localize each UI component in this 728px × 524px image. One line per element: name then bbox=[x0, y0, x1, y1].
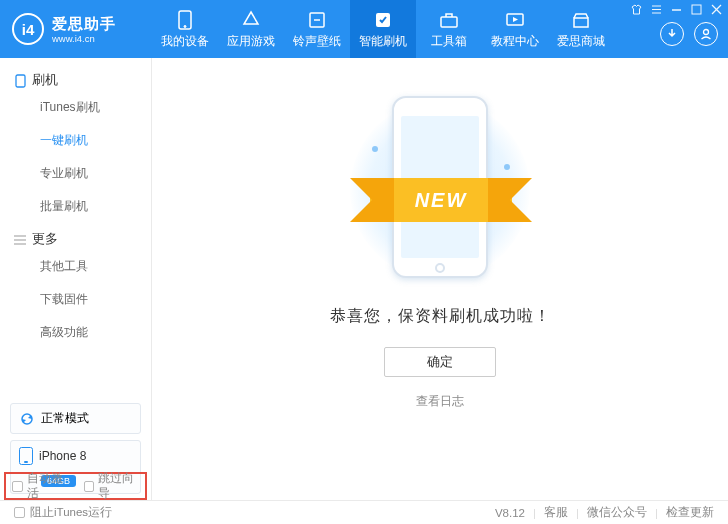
nav-tutorial[interactable]: 教程中心 bbox=[482, 0, 548, 58]
success-illustration: NEW bbox=[320, 96, 560, 286]
sync-icon bbox=[19, 411, 35, 427]
brand-subtitle: www.i4.cn bbox=[52, 33, 116, 44]
nav-my-device[interactable]: 我的设备 bbox=[152, 0, 218, 58]
checkbox-icon[interactable] bbox=[12, 481, 23, 492]
wechat-link[interactable]: 微信公众号 bbox=[587, 505, 647, 520]
svg-rect-17 bbox=[16, 75, 25, 87]
sidebar-item-othertools[interactable]: 其他工具 bbox=[0, 250, 151, 283]
nav-label: 应用游戏 bbox=[227, 34, 275, 49]
sidebar-item-batch[interactable]: 批量刷机 bbox=[0, 190, 151, 223]
prevent-itunes-label[interactable]: 阻止iTunes运行 bbox=[30, 505, 112, 520]
nav-toolbox[interactable]: 工具箱 bbox=[416, 0, 482, 58]
more-icon bbox=[14, 234, 26, 246]
download-icon[interactable] bbox=[660, 22, 684, 46]
section-title: 刷机 bbox=[32, 72, 58, 89]
mode-indicator[interactable]: 正常模式 bbox=[10, 403, 141, 434]
nav-store[interactable]: 爱思商城 bbox=[548, 0, 614, 58]
sidebar-item-pro[interactable]: 专业刷机 bbox=[0, 157, 151, 190]
nav-ringtone[interactable]: 铃声壁纸 bbox=[284, 0, 350, 58]
logo-icon: i4 bbox=[12, 13, 44, 45]
nav-flash[interactable]: 智能刷机 bbox=[350, 0, 416, 58]
status-bar: 阻止iTunes运行 V8.12 | 客服 | 微信公众号 | 检查更新 bbox=[0, 500, 728, 524]
sidebar-section-more: 更多 bbox=[0, 223, 151, 250]
options-highlight-frame: 自动激活 跳过向导 bbox=[4, 472, 147, 500]
view-log-link[interactable]: 查看日志 bbox=[416, 393, 464, 410]
sidebar-item-oneclick[interactable]: 一键刷机 bbox=[0, 124, 151, 157]
nav-label: 爱思商城 bbox=[557, 34, 605, 49]
store-icon bbox=[571, 10, 591, 30]
new-ribbon-icon: NEW bbox=[370, 178, 512, 222]
sidebar-item-itunes[interactable]: iTunes刷机 bbox=[0, 91, 151, 124]
nav-label: 教程中心 bbox=[491, 34, 539, 49]
phone-icon bbox=[19, 447, 33, 465]
skin-icon[interactable] bbox=[631, 4, 642, 15]
brand-title: 爱思助手 bbox=[52, 15, 116, 34]
top-nav: 我的设备 应用游戏 铃声壁纸 智能刷机 工具箱 教程中心 爱思商城 bbox=[152, 0, 614, 58]
checkbox-icon[interactable] bbox=[84, 481, 95, 492]
svg-rect-5 bbox=[441, 17, 457, 27]
phone-icon bbox=[175, 10, 195, 30]
title-bar: i4 爱思助手 www.i4.cn 我的设备 应用游戏 铃声壁纸 智能刷机 工具… bbox=[0, 0, 728, 58]
note-icon bbox=[307, 10, 327, 30]
svg-rect-8 bbox=[574, 18, 588, 27]
svg-marker-7 bbox=[513, 17, 518, 22]
success-message: 恭喜您，保资料刷机成功啦！ bbox=[330, 306, 551, 327]
brand-block: i4 爱思助手 www.i4.cn bbox=[0, 13, 152, 45]
checkbox-icon[interactable] bbox=[14, 507, 25, 518]
main-panel: NEW 恭喜您，保资料刷机成功啦！ 确定 查看日志 bbox=[152, 58, 728, 500]
version-label: V8.12 bbox=[495, 507, 525, 519]
nav-label: 工具箱 bbox=[431, 34, 467, 49]
check-update-link[interactable]: 检查更新 bbox=[666, 505, 714, 520]
device-icon bbox=[14, 75, 26, 87]
sidebar-section-flash: 刷机 bbox=[0, 64, 151, 91]
tutorial-icon bbox=[505, 10, 525, 30]
ok-button[interactable]: 确定 bbox=[384, 347, 496, 377]
device-name: iPhone 8 bbox=[39, 449, 86, 463]
svg-point-1 bbox=[184, 25, 186, 27]
skip-guide-option[interactable]: 跳过向导 bbox=[84, 471, 146, 501]
nav-apps[interactable]: 应用游戏 bbox=[218, 0, 284, 58]
maximize-icon[interactable] bbox=[691, 4, 702, 15]
close-icon[interactable] bbox=[711, 4, 722, 15]
checkbox-label: 跳过向导 bbox=[98, 471, 145, 501]
sidebar-item-advanced[interactable]: 高级功能 bbox=[0, 316, 151, 349]
minimize-icon[interactable] bbox=[671, 4, 682, 15]
section-title: 更多 bbox=[32, 231, 58, 248]
nav-label: 智能刷机 bbox=[359, 34, 407, 49]
menu-icon[interactable] bbox=[651, 4, 662, 15]
mode-label: 正常模式 bbox=[41, 410, 89, 427]
sidebar: 刷机 iTunes刷机 一键刷机 专业刷机 批量刷机 更多 其他工具 下载固件 … bbox=[0, 58, 152, 500]
toolbox-icon bbox=[439, 10, 459, 30]
checkbox-label: 自动激活 bbox=[27, 471, 74, 501]
support-link[interactable]: 客服 bbox=[544, 505, 568, 520]
sidebar-item-download-fw[interactable]: 下载固件 bbox=[0, 283, 151, 316]
nav-label: 我的设备 bbox=[161, 34, 209, 49]
svg-point-16 bbox=[704, 30, 709, 35]
auto-activate-option[interactable]: 自动激活 bbox=[12, 471, 74, 501]
svg-rect-13 bbox=[692, 5, 701, 14]
nav-label: 铃声壁纸 bbox=[293, 34, 341, 49]
user-icon[interactable] bbox=[694, 22, 718, 46]
flash-icon bbox=[373, 10, 393, 30]
apps-icon bbox=[241, 10, 261, 30]
